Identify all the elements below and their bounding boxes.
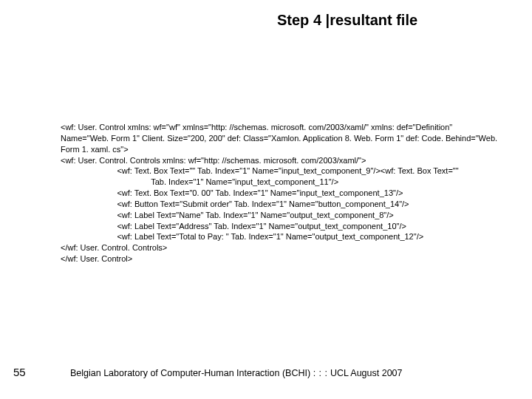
slide-title: Step 4 |resultant file <box>277 12 417 29</box>
footer-lab: Belgian Laboratory of Computer-Human Int… <box>70 368 310 378</box>
footer-tail: UCL August 2007 <box>330 368 403 378</box>
xaml-code-listing: <wf: User. Control xmlns: wf="wf" xmlns=… <box>61 122 502 265</box>
page-number: 55 <box>13 366 26 378</box>
footer-separator: : : : <box>313 368 328 378</box>
footer-text: Belgian Laboratory of Computer-Human Int… <box>70 368 403 378</box>
